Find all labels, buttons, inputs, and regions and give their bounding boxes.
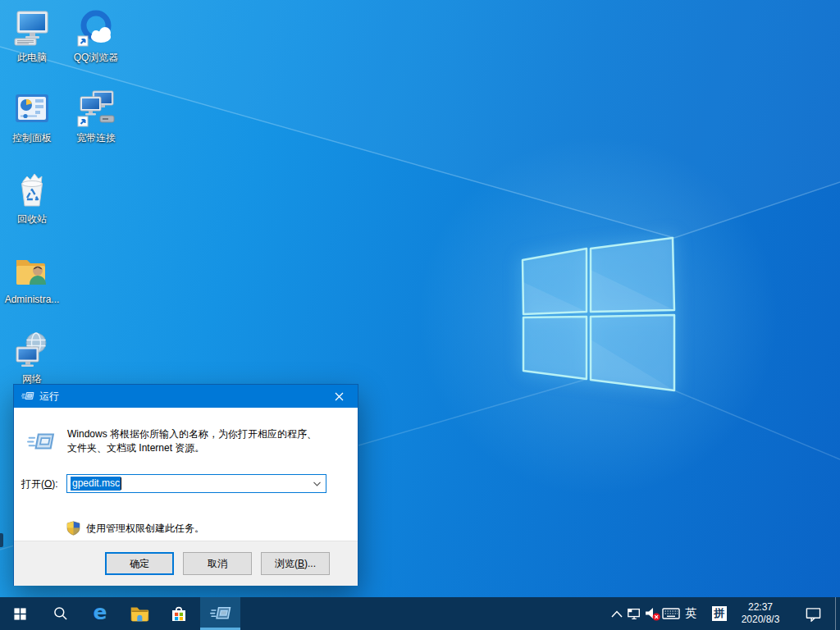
tray-volume-muted-button[interactable] bbox=[643, 597, 661, 630]
close-button[interactable] bbox=[321, 385, 358, 408]
desktop-icon-label: 此电脑 bbox=[1, 52, 63, 63]
dialog-message: Windows 将根据你所输入的名称，为你打开相应的程序、 文件夹、文档或 In… bbox=[67, 427, 348, 455]
volume-muted-icon bbox=[644, 606, 661, 622]
action-center-icon bbox=[805, 606, 822, 622]
tray-expand-button[interactable] bbox=[609, 597, 625, 630]
clock-date: 2020/8/3 bbox=[742, 614, 780, 626]
this-pc-icon bbox=[12, 8, 52, 48]
chevron-up-icon bbox=[611, 610, 623, 618]
uac-shield-icon bbox=[66, 521, 80, 536]
clock-time: 22:37 bbox=[748, 601, 773, 614]
run-dialog-titlebar[interactable]: 运行 bbox=[14, 385, 358, 408]
start-icon bbox=[13, 607, 27, 621]
chevron-down-icon bbox=[313, 482, 321, 486]
dialog-message-line2: 文件夹、文档或 Internet 资源。 bbox=[67, 441, 348, 455]
dialog-message-line1: Windows 将根据你所输入的名称，为你打开相应的程序、 bbox=[67, 427, 348, 441]
tray-network-icon-button[interactable] bbox=[625, 597, 643, 630]
desktop-icon-control-panel[interactable]: 控制面板 bbox=[1, 89, 63, 144]
windows-logo bbox=[517, 233, 681, 397]
desktop-icon-broadband[interactable]: 宽带连接 bbox=[65, 89, 127, 144]
desktop[interactable]: 此电脑 QQ浏览器 bbox=[0, 0, 840, 630]
start-button[interactable] bbox=[0, 597, 39, 630]
desktop-icon-recycle-bin[interactable]: 回收站 bbox=[1, 170, 63, 225]
broadband-connection-icon bbox=[76, 89, 116, 128]
desktop-icon-label: 网络 bbox=[1, 373, 63, 385]
control-panel-icon bbox=[12, 89, 52, 128]
action-center-button[interactable] bbox=[801, 597, 825, 630]
qq-browser-icon bbox=[76, 8, 116, 48]
ime-mode-box: 拼 bbox=[712, 606, 727, 621]
taskbar-run-button-active[interactable] bbox=[200, 597, 240, 630]
run-dialog: 运行 Windows 将根据你所输入的名称，为你打开相应的程序、 文件夹、文档或… bbox=[13, 384, 358, 586]
run-window-icon-large bbox=[27, 428, 55, 456]
file-explorer-icon bbox=[129, 603, 150, 624]
taskbar: e bbox=[0, 597, 840, 630]
desktop-icon-label: 回收站 bbox=[1, 213, 63, 225]
dialog-title: 运行 bbox=[39, 390, 59, 404]
desktop-icon-qq-browser[interactable]: QQ浏览器 bbox=[65, 8, 127, 63]
close-icon bbox=[335, 392, 344, 401]
desktop-icon-label: Administra... bbox=[1, 294, 63, 305]
taskbar-clock[interactable]: 22:37 2020/8/3 bbox=[733, 597, 788, 630]
cancel-button[interactable]: 取消 bbox=[183, 552, 252, 575]
run-dialog-footer: 确定 取消 浏览(B)... bbox=[14, 541, 358, 586]
desktop-icon-this-pc[interactable]: 此电脑 bbox=[1, 8, 63, 63]
ok-button[interactable]: 确定 bbox=[105, 552, 174, 575]
store-icon bbox=[169, 604, 189, 623]
open-field-label: 打开(O): bbox=[21, 477, 58, 491]
taskbar-store-button[interactable] bbox=[159, 597, 199, 630]
text-caret bbox=[121, 477, 121, 490]
desktop-icon-label: 控制面板 bbox=[1, 132, 63, 144]
network-icon bbox=[12, 330, 52, 369]
taskbar-search-button[interactable] bbox=[41, 597, 80, 630]
tray-language-indicator[interactable]: 英 bbox=[682, 597, 699, 630]
open-input-selected-text: gpedit.msc bbox=[71, 477, 121, 491]
browse-button[interactable]: 浏览(B)... bbox=[261, 552, 330, 575]
taskbar-file-explorer-button[interactable] bbox=[120, 597, 159, 630]
desktop-icon-network[interactable]: 网络 bbox=[1, 330, 63, 385]
network-tray-icon bbox=[626, 606, 642, 621]
desktop-icon-label: QQ浏览器 bbox=[65, 52, 127, 63]
tray-ime-indicator[interactable]: 拼 bbox=[710, 597, 728, 630]
obscured-desktop-icon bbox=[0, 533, 3, 547]
desktop-icon-label: 宽带连接 bbox=[65, 132, 127, 144]
svg-text:e: e bbox=[94, 603, 107, 624]
taskbar-edge-button[interactable]: e bbox=[80, 597, 120, 630]
open-input[interactable]: gpedit.msc bbox=[66, 474, 326, 493]
recycle-bin-icon bbox=[12, 170, 52, 209]
tray-touch-keyboard-button[interactable] bbox=[661, 597, 681, 630]
run-window-icon bbox=[21, 390, 34, 403]
edge-icon: e bbox=[89, 603, 111, 624]
user-folder-icon bbox=[12, 250, 52, 290]
uac-note-row: 使用管理权限创建此任务。 bbox=[66, 521, 204, 536]
search-icon bbox=[52, 605, 69, 622]
run-window-icon bbox=[210, 603, 231, 624]
touch-keyboard-icon bbox=[662, 607, 680, 620]
show-desktop-button[interactable] bbox=[835, 597, 840, 630]
open-input-dropdown-button[interactable] bbox=[311, 477, 323, 490]
run-dialog-body: Windows 将根据你所输入的名称，为你打开相应的程序、 文件夹、文档或 In… bbox=[14, 408, 358, 541]
desktop-icon-administrator[interactable]: Administra... bbox=[1, 250, 63, 305]
uac-note-text: 使用管理权限创建此任务。 bbox=[86, 522, 204, 536]
